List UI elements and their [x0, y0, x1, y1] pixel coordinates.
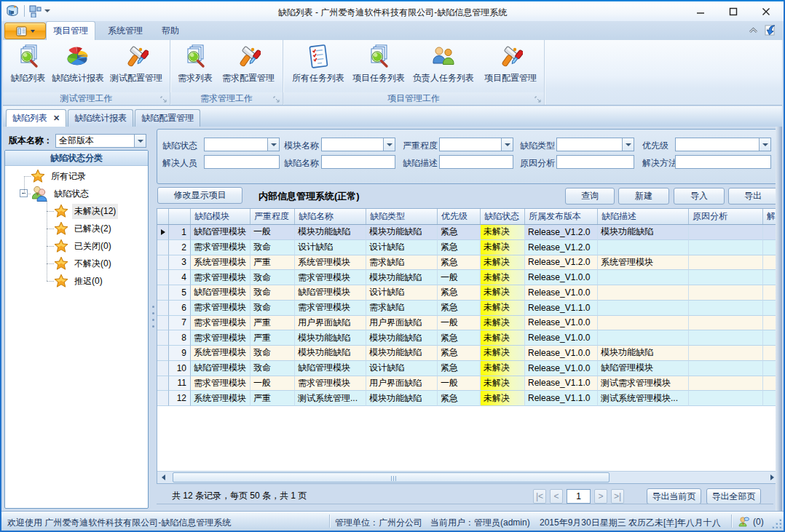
document-tab-label: 缺陷配置管理 — [141, 112, 194, 124]
filter-input-缺陷名称[interactable] — [321, 155, 395, 169]
grid-row-1[interactable]: 1缺陷管理模块一般模块功能缺陷模块功能缺陷紧急未解决Release_V1.2.0… — [157, 225, 778, 240]
column-header-原因分析[interactable]: 原因分析 — [689, 209, 763, 224]
grid-row-4[interactable]: 4需求管理模块致命需求管理模块模块功能缺陷一般未解决Release_V1.0.0 — [157, 270, 778, 285]
ribbon-button-缺陷统计报表[interactable]: 缺陷统计报表 — [50, 43, 106, 91]
grid-horizontal-scrollbar[interactable] — [157, 471, 778, 483]
tree-node-未解决(12)[interactable]: 未解决(12) — [54, 202, 118, 220]
ribbon-tab-3[interactable]: 帮助 — [155, 21, 186, 40]
grid-row-6[interactable]: 6需求管理模块致命需求管理模块需求缺陷紧急未解决Release_V1.1.0 — [157, 301, 778, 316]
tab-close-icon[interactable]: ✕ — [53, 114, 60, 122]
ribbon-button-测试配置管理[interactable]: 测试配置管理 — [106, 43, 167, 91]
document-tab-strip: 缺陷列表✕缺陷统计报表缺陷配置管理 — [3, 106, 782, 127]
cell-缺陷名称: 用户界面缺陷 — [295, 316, 366, 331]
column-header-缺陷描述[interactable]: 缺陷描述 — [598, 209, 689, 224]
filter-combo-缺陷类型[interactable] — [556, 138, 634, 151]
dialog-launcher-icon[interactable] — [160, 95, 167, 103]
close-button[interactable] — [749, 1, 782, 21]
column-header-严重程度[interactable]: 严重程度 — [251, 209, 295, 224]
first-page-button[interactable]: |< — [533, 489, 546, 504]
combo-dropdown-icon[interactable] — [501, 138, 513, 151]
filter-input-缺陷描述[interactable] — [439, 155, 513, 169]
combo-dropdown-icon[interactable] — [622, 138, 634, 151]
filter-input-解决人员[interactable] — [204, 155, 280, 169]
ribbon-button-需求列表[interactable]: 需求列表 — [173, 43, 217, 91]
dialog-launcher-icon[interactable] — [534, 95, 542, 103]
ribbon-button-需求配置管理[interactable]: 需求配置管理 — [217, 43, 280, 91]
version-dropdown-icon[interactable] — [134, 135, 146, 147]
tree-node-已解决(2)[interactable]: 已解决(2) — [54, 220, 114, 237]
filter-combo-缺陷状态[interactable] — [204, 138, 280, 151]
grid-row-8[interactable]: 8需求管理模块严重模块功能缺陷模块功能缺陷紧急未解决Release_V1.0.0 — [157, 330, 778, 346]
grid-row-5[interactable]: 5缺陷管理模块致命缺陷管理模块设计缺陷紧急未解决Release_V1.0.0 — [157, 285, 778, 301]
search-button[interactable]: 查询 — [565, 188, 615, 205]
minimize-button[interactable] — [684, 1, 717, 21]
prev-page-button[interactable]: < — [550, 489, 563, 504]
version-select[interactable]: 全部版本 — [55, 134, 146, 148]
tree-node-不解决(0)[interactable]: 不解决(0) — [54, 255, 114, 272]
document-tab-3[interactable]: 缺陷配置管理 — [135, 109, 200, 127]
column-header-优先级[interactable]: 优先级 — [438, 209, 481, 224]
modify-columns-button[interactable]: 修改显示项目 — [157, 187, 242, 204]
document-tab-2[interactable]: 缺陷统计报表 — [68, 109, 133, 127]
dialog-launcher-icon[interactable] — [273, 95, 280, 103]
maximize-button[interactable] — [717, 1, 749, 21]
column-header-缺陷类型[interactable]: 缺陷类型 — [366, 209, 438, 224]
column-header-缺陷模块[interactable]: 缺陷模块 — [191, 209, 251, 224]
application-menu-button[interactable] — [4, 23, 46, 39]
grid-row-7[interactable]: 7需求管理模块严重用户界面缺陷用户界面缺陷一般未解决Release_V1.0.0 — [157, 316, 778, 331]
resize-grip[interactable] — [773, 520, 781, 528]
sidebar-splitter[interactable] — [151, 306, 155, 330]
grid-row-9[interactable]: 9系统管理模块致命模块功能缺陷模块功能缺陷紧急未解决Release_V1.0.0… — [157, 346, 778, 361]
grid-row-10[interactable]: 10缺陷管理模块致命缺陷管理模块设计缺陷紧急未解决Release_V1.0.0缺… — [157, 361, 778, 376]
column-header-缺陷名称[interactable]: 缺陷名称 — [295, 209, 366, 224]
ribbon-button-所有任务列表[interactable]: 所有任务列表 — [286, 43, 350, 91]
filter-combo-模块名称[interactable] — [321, 138, 395, 151]
grid-row-11[interactable]: 11需求管理模块一般需求管理模块用户界面缺陷一般未解决Release_V1.1.… — [157, 376, 778, 392]
combo-dropdown-icon[interactable] — [383, 138, 395, 151]
ribbon-tab-1[interactable]: 项目管理 — [46, 21, 95, 40]
filter-input-解决方法[interactable] — [675, 155, 771, 169]
ribbon-button-负责人任务列表[interactable]: 负责人任务列表 — [407, 43, 480, 91]
filter-input-原因分析[interactable] — [556, 155, 634, 169]
user-text: 当前用户：管理员(admin) — [430, 517, 530, 529]
column-header-所属发布版本[interactable]: 所属发布版本 — [525, 209, 598, 224]
combo-dropdown-icon[interactable] — [267, 138, 279, 151]
scrollbar-thumb[interactable] — [173, 472, 610, 483]
import-button[interactable]: 导入 — [674, 188, 725, 205]
cell-缺陷类型: 设计缺陷 — [366, 361, 438, 376]
tree-node-所有记录[interactable]: 所有记录 — [31, 167, 88, 185]
filter-combo-优先级[interactable] — [675, 138, 771, 151]
column-header-blank[interactable] — [169, 209, 191, 224]
last-page-button[interactable]: >| — [611, 489, 624, 504]
tree-node-缺陷状态[interactable]: 缺陷状态 — [31, 185, 91, 202]
page-number-input[interactable]: 1 — [567, 489, 591, 504]
ribbon-button-项目配置管理[interactable]: 项目配置管理 — [480, 43, 541, 91]
column-header-blank[interactable] — [157, 209, 169, 224]
grid-row-12[interactable]: 12系统管理模块严重测试系统管理...模块功能缺陷紧急未解决Release_V1… — [157, 391, 778, 406]
combo-dropdown-icon[interactable] — [759, 138, 770, 151]
cell-缺陷描述: 模块功能缺陷 — [598, 346, 689, 361]
export-current-page-button[interactable]: 导出当前页 — [647, 488, 701, 504]
new-button[interactable]: 新建 — [618, 188, 669, 205]
export-all-pages-button[interactable]: 导出全部页 — [706, 488, 761, 504]
document-tab-1[interactable]: 缺陷列表✕ — [6, 109, 66, 127]
ribbon-tab-2[interactable]: 系统管理 — [101, 21, 149, 40]
row-number: 6 — [169, 301, 191, 316]
filter-combo-严重程度[interactable] — [439, 138, 513, 151]
export-button[interactable]: 导出 — [728, 188, 778, 205]
tree-node-推迟(0)[interactable]: 推迟(0) — [54, 272, 105, 290]
window-title: 缺陷列表 - 广州爱奇迪软件科技有限公司-缺陷信息管理系统 — [1, 7, 784, 19]
grid-row-3[interactable]: 3系统管理模块严重系统管理模块需求缺陷紧急未解决Release_V1.2.0系统… — [157, 255, 778, 271]
column-header-缺陷状态[interactable]: 缺陷状态 — [481, 209, 525, 224]
grid-row-2[interactable]: 2需求管理模块致命设计缺陷设计缺陷紧急未解决Release_V1.2.0 — [157, 240, 778, 255]
window-switch-icon[interactable] — [763, 23, 776, 36]
tree-node-已关闭(0)[interactable]: 已关闭(0) — [54, 237, 114, 255]
scroll-left-icon[interactable] — [157, 472, 170, 483]
filter-label-优先级: 优先级 — [642, 140, 668, 152]
collapse-ribbon-icon[interactable] — [749, 27, 758, 33]
cell-缺陷描述: 缺陷管理模块 — [598, 361, 689, 376]
ribbon-button-缺陷列表[interactable]: 缺陷列表 — [6, 43, 50, 91]
next-page-button[interactable]: > — [594, 489, 607, 504]
tree-connector — [47, 211, 54, 212]
ribbon-button-项目任务列表[interactable]: 项目任务列表 — [350, 43, 407, 91]
